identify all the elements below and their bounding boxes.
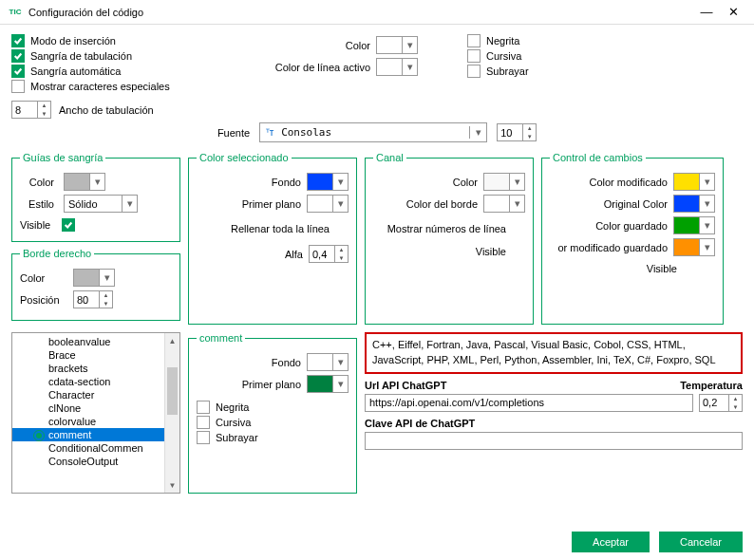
cancel-button[interactable]: Cancelar [659, 532, 743, 552]
change-orig-dropdown[interactable]: ▾ [673, 195, 715, 213]
api-key-input[interactable] [365, 432, 743, 450]
comment-underline-check[interactable]: Subrayar [197, 431, 349, 444]
gutter-linenum-check[interactable] [512, 222, 525, 235]
sel-fg-dropdown[interactable]: ▾ [307, 195, 349, 213]
guide-visible-check[interactable]: Visible [20, 218, 172, 232]
api-temp-spinner[interactable]: ▲▼ [699, 394, 743, 412]
list-item[interactable]: ConditionalCommen [12, 441, 164, 455]
right-edge-group: Borde derecho Color▾ Posición▲▼ [11, 248, 180, 321]
tab-indent-check[interactable]: Sangría de tabulación [11, 49, 201, 63]
change-modsaved-dropdown[interactable]: ▾ [673, 238, 715, 256]
list-item[interactable]: colorvalue [12, 415, 164, 428]
languages-box: C++, Eiffel, Fortran, Java, Pascal, Visu… [365, 332, 743, 374]
selected-color-group: Color seleccionado Fondo▾ Primer plano▾ … [188, 152, 357, 325]
app-icon: TIC [8, 5, 23, 20]
list-item[interactable]: Brace [12, 348, 164, 362]
list-item[interactable]: Character [12, 388, 164, 401]
close-button[interactable]: ✕ [720, 2, 746, 23]
highlighter-listbox[interactable]: booleanvalueBracebracketscdata-sectionCh… [11, 332, 180, 494]
font-icon: ᵀт [260, 127, 279, 138]
auto-indent-check[interactable]: Sangría automática [11, 65, 201, 78]
tabwidth-label: Ancho de tabulación [59, 104, 154, 116]
list-item[interactable]: clNone [12, 401, 164, 415]
guide-color-dropdown[interactable]: ▾ [64, 173, 105, 191]
gutter-color-dropdown[interactable]: ▾ [483, 173, 525, 191]
insert-mode-check[interactable]: Modo de inserción [11, 34, 201, 47]
special-chars-check[interactable]: Mostrar caracteres especiales [11, 80, 201, 93]
sel-alpha-spinner[interactable]: ▲▼ [309, 245, 349, 263]
comment-fg-dropdown[interactable]: ▾ [307, 375, 349, 393]
rightedge-color-dropdown[interactable]: ▾ [73, 269, 115, 287]
ok-button[interactable]: Aceptar [572, 532, 650, 552]
list-item[interactable]: ConsoleOutput [12, 455, 164, 468]
italic-check[interactable]: Cursiva [467, 49, 549, 63]
list-item[interactable]: booleanvalue [12, 335, 164, 348]
comment-style-group: comment Fondo▾ Primer plano▾ Negrita Cur… [188, 332, 357, 494]
comment-bg-dropdown[interactable]: ▾ [307, 353, 349, 371]
tabwidth-spinner[interactable]: ▲▼ [11, 101, 51, 119]
change-control-group: Control de cambios Color modificado▾ Ori… [541, 152, 724, 325]
activeline-color-dropdown[interactable]: ▾ [376, 58, 418, 76]
color-label: Color [346, 40, 370, 51]
text-color-dropdown[interactable]: ▾ [376, 36, 418, 54]
change-visible-check[interactable] [683, 262, 696, 275]
list-item[interactable]: brackets [12, 362, 164, 375]
underline-check[interactable]: Subrayar [467, 65, 549, 78]
radio-selected-icon [33, 430, 45, 441]
gutter-group: Canal Color▾ Color del borde▾ Mostrar nú… [365, 152, 534, 325]
api-temp-label: Temperatura [680, 380, 743, 391]
api-url-label: Url API ChatGPT [365, 380, 446, 391]
sel-fill-check[interactable] [335, 222, 349, 235]
font-dropdown[interactable]: ᵀтConsolas▾ [259, 122, 487, 142]
rightedge-position-spinner[interactable]: ▲▼ [73, 290, 113, 308]
api-url-input[interactable] [365, 394, 693, 412]
list-scrollbar[interactable]: ▲▼ [164, 333, 179, 493]
minimize-button[interactable]: — [693, 2, 720, 23]
list-item[interactable]: cdata-section [12, 375, 164, 388]
comment-bold-check[interactable]: Negrita [197, 401, 349, 414]
gutter-visible-check[interactable] [512, 245, 525, 258]
change-saved-dropdown[interactable]: ▾ [673, 216, 715, 234]
guide-style-dropdown[interactable]: Sólido▾ [64, 195, 138, 213]
window-title: Configuración del código [28, 7, 693, 18]
comment-italic-check[interactable]: Cursiva [197, 416, 349, 429]
bold-check[interactable]: Negrita [467, 34, 549, 47]
list-item[interactable]: comment [12, 428, 164, 441]
gutter-border-dropdown[interactable]: ▾ [483, 195, 525, 213]
api-key-label: Clave API de ChatGPT [365, 418, 743, 429]
change-mod-dropdown[interactable]: ▾ [673, 173, 715, 191]
titlebar: TIC Configuración del código — ✕ [0, 0, 754, 25]
fontsize-spinner[interactable]: ▲▼ [497, 123, 537, 141]
sel-bg-dropdown[interactable]: ▾ [307, 173, 349, 191]
font-label: Fuente [217, 127, 250, 139]
activeline-label: Color de línea activo [275, 62, 370, 73]
indent-guides-group: Guías de sangría Color▾ EstiloSólido▾ Vi… [11, 152, 180, 242]
